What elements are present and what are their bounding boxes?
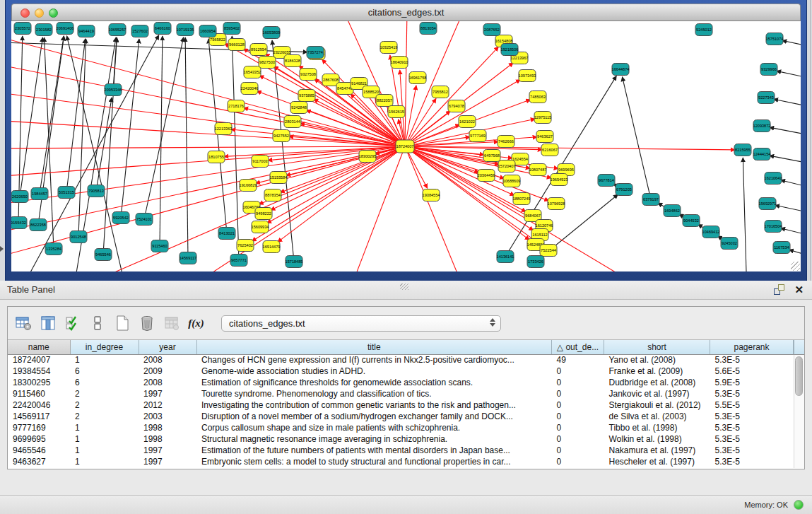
network-node[interactable]: 12093872 xyxy=(753,120,771,132)
network-node[interactable]: 8822057 xyxy=(376,95,393,107)
window-resize-grip[interactable] xyxy=(791,262,800,271)
network-node[interactable]: 10469412 xyxy=(702,226,720,238)
black-edge[interactable] xyxy=(770,127,801,138)
network-node[interactable]: 6497568 xyxy=(483,150,500,162)
network-node[interactable]: 9012548 xyxy=(70,231,87,243)
table-row[interactable]: 1456911722003Disruption of a novel membe… xyxy=(8,411,794,422)
create-column-icon[interactable] xyxy=(112,314,131,333)
network-node[interactable]: 16644874 xyxy=(612,64,630,76)
black-edge[interactable] xyxy=(770,156,801,166)
network-node[interactable]: 6379197 xyxy=(642,194,659,206)
network-window-titlebar[interactable]: citations_edges.txt xyxy=(11,4,801,21)
table-scrollbar-thumb[interactable] xyxy=(795,356,803,396)
black-edge[interactable] xyxy=(774,99,801,110)
network-window[interactable]: citations_edges.txt 18724007103254191864… xyxy=(6,0,806,281)
network-node[interactable]: 10973493 xyxy=(519,70,536,82)
network-node[interactable]: 18640910 xyxy=(391,57,408,69)
network-node[interactable]: 15692971 xyxy=(759,198,777,210)
network-node[interactable]: 2803144 xyxy=(284,116,301,128)
network-node[interactable]: 9660128 xyxy=(228,39,245,51)
table-row[interactable]: 946554611997Estimation of the future num… xyxy=(8,445,794,456)
network-node[interactable]: 10756928 xyxy=(548,198,565,210)
table-scrollbar[interactable] xyxy=(794,355,804,468)
black-edge[interactable] xyxy=(96,98,112,191)
network-node[interactable]: 8413021 xyxy=(218,228,235,240)
network-node[interactable]: 8186328 xyxy=(284,55,301,67)
network-node[interactable]: 14136141 xyxy=(497,251,514,263)
network-node[interactable]: 6791205 xyxy=(616,184,632,196)
network-node[interactable]: 9827503 xyxy=(259,57,276,69)
network-node[interactable]: 7522544 xyxy=(540,245,557,257)
black-edge[interactable] xyxy=(775,205,801,216)
black-edge[interactable] xyxy=(232,36,239,260)
black-edge[interactable] xyxy=(781,180,801,191)
network-node[interactable]: 16210643 xyxy=(765,173,782,185)
red-edge[interactable] xyxy=(405,146,735,150)
network-node[interactable]: 16961758 xyxy=(409,72,427,84)
table-row[interactable]: 969969511998Structural magnetic resonanc… xyxy=(8,433,794,445)
network-node[interactable]: 12213363 xyxy=(215,123,233,135)
network-node[interactable]: 2087652 xyxy=(483,24,500,36)
network-node[interactable]: 1527602 xyxy=(131,25,148,37)
network-node[interactable]: 10688609 xyxy=(503,175,521,187)
table-row[interactable]: 1830029562008Estimation of significance … xyxy=(8,377,794,388)
network-node[interactable]: 8813054 xyxy=(420,23,437,35)
black-edge[interactable] xyxy=(743,158,746,271)
network-node[interactable]: 8878354 xyxy=(264,189,281,201)
network-node[interactable]: 7357274 xyxy=(307,47,324,59)
network-canvas[interactable]: 1872400710325419186409101696175879558126… xyxy=(11,21,801,271)
column-header-title[interactable]: title xyxy=(196,340,552,354)
network-node[interactable]: 9242848 xyxy=(290,102,307,114)
column-header-short[interactable]: short xyxy=(604,340,710,354)
black-edge[interactable] xyxy=(144,37,184,219)
network-node[interactable]: 9117003 xyxy=(252,156,269,168)
red-edge[interactable] xyxy=(405,21,407,146)
network-node[interactable]: 9498222 xyxy=(255,208,272,220)
network-node[interactable]: 6216067 xyxy=(541,144,558,156)
network-node[interactable]: 8622358 xyxy=(30,219,47,231)
network-node[interactable]: 1810755 xyxy=(208,151,225,163)
network-node[interactable]: 5920542 xyxy=(112,212,129,224)
black-edge[interactable] xyxy=(272,40,294,262)
table-selector[interactable]: citations_edges.txt xyxy=(221,315,501,332)
black-edge[interactable] xyxy=(789,250,801,260)
black-edge[interactable] xyxy=(40,36,64,194)
network-node[interactable]: 20691406 xyxy=(57,23,74,35)
red-edge[interactable] xyxy=(231,129,405,146)
network-node[interactable]: 18724007 xyxy=(396,140,414,153)
table-mode-icon[interactable] xyxy=(88,314,107,333)
network-node[interactable]: 9227343 xyxy=(758,92,775,104)
black-edge[interactable] xyxy=(66,39,86,192)
network-node[interactable]: 10719135 xyxy=(177,24,194,36)
network-node[interactable]: 17016504 xyxy=(765,221,782,233)
network-node[interactable]: 9044532 xyxy=(683,215,700,227)
network-node[interactable]: 9777169 xyxy=(469,130,486,142)
network-node[interactable]: 8912954 xyxy=(250,44,267,56)
network-svg[interactable]: 1872400710325419186409101696175879558126… xyxy=(11,21,801,271)
network-node[interactable]: 10655257 xyxy=(109,24,126,36)
red-edge[interactable] xyxy=(267,146,405,223)
network-node[interactable]: 16053809 xyxy=(263,27,281,39)
red-edge[interactable] xyxy=(224,146,405,156)
network-node[interactable]: 19654923 xyxy=(551,174,568,186)
network-node[interactable]: 1733426 xyxy=(527,256,544,268)
table-row[interactable]: 2242004622012Investigating the contribut… xyxy=(8,399,794,411)
splitter-grip[interactable] xyxy=(400,284,408,290)
network-node[interactable]: 15720407 xyxy=(498,160,516,173)
network-node[interactable]: 2305572 xyxy=(14,23,31,35)
column-visibility-icon[interactable] xyxy=(38,314,57,333)
column-header-pagerank[interactable]: pagerank xyxy=(710,340,794,354)
network-node[interactable]: 7485063 xyxy=(529,91,546,103)
table-row[interactable]: 1938455462009Genome-wide association stu… xyxy=(8,366,794,377)
network-node[interactable]: 1984457 xyxy=(31,188,48,200)
network-node[interactable]: 18300295 xyxy=(359,151,377,163)
black-edge[interactable] xyxy=(623,77,651,199)
network-node[interactable]: 8595402 xyxy=(223,23,240,35)
red-edge[interactable] xyxy=(11,146,405,148)
red-edge[interactable] xyxy=(268,146,405,160)
black-edge[interactable] xyxy=(782,40,801,49)
network-node[interactable]: 2620650 xyxy=(11,191,28,203)
network-node[interactable]: 9329966 xyxy=(760,64,777,76)
network-node[interactable]: 9463627 xyxy=(536,131,553,143)
network-node[interactable]: 18807249 xyxy=(513,193,531,205)
